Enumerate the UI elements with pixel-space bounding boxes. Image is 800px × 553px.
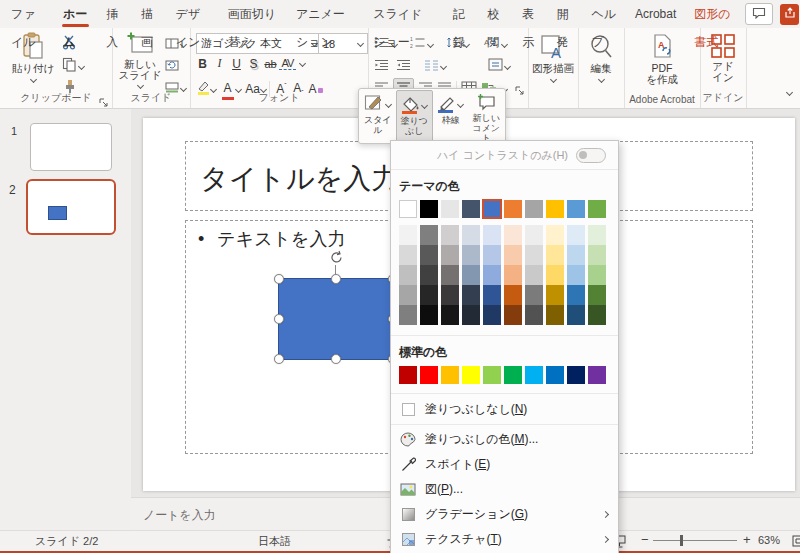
zoom-slider-thumb[interactable] bbox=[680, 535, 683, 546]
align-text-button[interactable] bbox=[488, 57, 510, 75]
slide-indicator[interactable]: スライド 2/2 bbox=[35, 534, 98, 549]
color-swatch[interactable] bbox=[504, 305, 522, 325]
color-swatch[interactable] bbox=[525, 305, 543, 325]
color-swatch[interactable] bbox=[399, 200, 417, 218]
color-swatch[interactable] bbox=[588, 265, 606, 285]
color-swatch[interactable] bbox=[420, 265, 438, 285]
color-swatch[interactable] bbox=[567, 265, 585, 285]
ribbon-collapse-chevron[interactable] bbox=[786, 89, 793, 96]
color-swatch[interactable] bbox=[441, 305, 459, 325]
color-swatch[interactable] bbox=[525, 200, 543, 218]
create-pdf-button[interactable]: A PDF を作成 bbox=[638, 33, 686, 85]
shape-style-button[interactable]: スタイ ル bbox=[360, 90, 396, 142]
fill-menu-item-6[interactable]: テクスチャ(T) bbox=[391, 527, 618, 552]
menu-tab-ファイル[interactable]: ファイル bbox=[2, 0, 54, 28]
slide-2-thumbnail[interactable] bbox=[26, 179, 116, 235]
paragraph-dialog-launcher[interactable] bbox=[515, 82, 525, 92]
color-swatch[interactable] bbox=[420, 245, 438, 265]
color-swatch[interactable] bbox=[525, 245, 543, 265]
resize-handle-n[interactable] bbox=[331, 274, 341, 284]
menu-tab-アニメーション[interactable]: アニメーション bbox=[287, 0, 364, 28]
color-swatch[interactable] bbox=[525, 366, 543, 384]
color-swatch[interactable] bbox=[420, 285, 438, 305]
color-swatch[interactable] bbox=[546, 225, 564, 245]
resize-handle-nw[interactable] bbox=[274, 274, 284, 284]
menu-tab-デザイン[interactable]: デザイン bbox=[167, 0, 219, 28]
menu-tab-校閲[interactable]: 校閲 bbox=[479, 0, 514, 28]
color-swatch[interactable] bbox=[399, 366, 417, 384]
comments-button[interactable] bbox=[745, 3, 773, 25]
menu-tab-スライド ショー[interactable]: スライド ショー bbox=[364, 0, 444, 28]
color-swatch[interactable] bbox=[567, 245, 585, 265]
rotation-handle[interactable] bbox=[329, 250, 344, 269]
blue-rectangle-shape[interactable] bbox=[278, 278, 395, 360]
color-swatch[interactable] bbox=[420, 305, 438, 325]
color-swatch[interactable] bbox=[525, 225, 543, 245]
color-swatch[interactable] bbox=[462, 305, 480, 325]
copy-button[interactable] bbox=[62, 57, 84, 76]
color-swatch[interactable] bbox=[399, 305, 417, 325]
color-swatch[interactable] bbox=[462, 225, 480, 245]
menu-tab-開発[interactable]: 開発 bbox=[548, 0, 583, 28]
high-contrast-toggle[interactable] bbox=[576, 148, 606, 163]
color-swatch[interactable] bbox=[420, 225, 438, 245]
menu-tab-表示[interactable]: 表示 bbox=[513, 0, 548, 28]
spacing-chevron[interactable] bbox=[299, 60, 306, 67]
menu-tab-画面切り替え[interactable]: 画面切り替え bbox=[219, 0, 287, 28]
color-swatch[interactable] bbox=[399, 225, 417, 245]
menu-tab-Acrobat[interactable]: Acrobat bbox=[626, 0, 685, 28]
color-swatch[interactable] bbox=[504, 366, 522, 384]
numbering-button[interactable]: 12 bbox=[410, 35, 433, 53]
new-comment-button[interactable]: 新しい コメント bbox=[469, 90, 505, 142]
slide-1-thumbnail[interactable] bbox=[30, 123, 112, 171]
color-swatch[interactable] bbox=[504, 200, 522, 218]
zoom-slider-track[interactable] bbox=[653, 540, 737, 541]
color-swatch[interactable] bbox=[546, 285, 564, 305]
menu-tab-図形の書式[interactable]: 図形の書式 bbox=[685, 0, 745, 28]
strikethrough-button[interactable]: ab bbox=[262, 58, 279, 70]
color-swatch[interactable] bbox=[441, 366, 459, 384]
color-swatch[interactable] bbox=[483, 225, 501, 245]
color-swatch[interactable] bbox=[504, 225, 522, 245]
color-swatch[interactable] bbox=[483, 305, 501, 325]
color-swatch[interactable] bbox=[462, 366, 480, 384]
zoom-in-button[interactable]: + bbox=[743, 532, 751, 547]
color-swatch[interactable] bbox=[588, 366, 606, 384]
color-swatch[interactable] bbox=[567, 305, 585, 325]
fit-to-window-button[interactable] bbox=[790, 532, 800, 550]
bold-button[interactable]: B bbox=[194, 57, 211, 71]
fill-menu-item-2[interactable]: 塗りつぶしの色(M)... bbox=[391, 427, 618, 452]
menu-tab-描画[interactable]: 描画 bbox=[132, 0, 167, 28]
character-spacing-button[interactable]: AV bbox=[279, 57, 296, 70]
color-swatch[interactable] bbox=[588, 285, 606, 305]
fill-menu-item-4[interactable]: 図(P)... bbox=[391, 477, 618, 502]
color-swatch[interactable] bbox=[399, 245, 417, 265]
color-swatch[interactable] bbox=[483, 200, 501, 218]
menu-tab-ホーム[interactable]: ホーム bbox=[54, 0, 97, 28]
fill-menu-item-1[interactable]: 塗りつぶしなし(N) bbox=[391, 397, 618, 422]
color-swatch[interactable] bbox=[483, 245, 501, 265]
resize-handle-w[interactable] bbox=[274, 314, 284, 324]
drawing-button[interactable]: A 図形描画 bbox=[530, 33, 576, 82]
color-swatch[interactable] bbox=[546, 200, 564, 218]
color-swatch[interactable] bbox=[546, 245, 564, 265]
color-swatch[interactable] bbox=[441, 285, 459, 305]
color-swatch[interactable] bbox=[504, 285, 522, 305]
color-swatch[interactable] bbox=[483, 285, 501, 305]
shape-outline-button[interactable]: 枠線 bbox=[433, 90, 469, 142]
color-swatch[interactable] bbox=[546, 305, 564, 325]
color-swatch[interactable] bbox=[462, 285, 480, 305]
shape-fill-button[interactable]: 塗りつ ぶし bbox=[396, 90, 434, 142]
share-button[interactable] bbox=[780, 4, 799, 25]
color-swatch[interactable] bbox=[588, 245, 606, 265]
color-swatch[interactable] bbox=[399, 265, 417, 285]
color-swatch[interactable] bbox=[441, 225, 459, 245]
language-indicator[interactable]: 日本語 bbox=[258, 534, 291, 549]
fill-menu-item-3[interactable]: スポイト(E) bbox=[391, 452, 618, 477]
color-swatch[interactable] bbox=[525, 285, 543, 305]
color-swatch[interactable] bbox=[546, 366, 564, 384]
color-swatch[interactable] bbox=[483, 366, 501, 384]
menu-tab-ヘルプ[interactable]: ヘルプ bbox=[582, 0, 626, 28]
color-swatch[interactable] bbox=[588, 305, 606, 325]
color-swatch[interactable] bbox=[504, 245, 522, 265]
